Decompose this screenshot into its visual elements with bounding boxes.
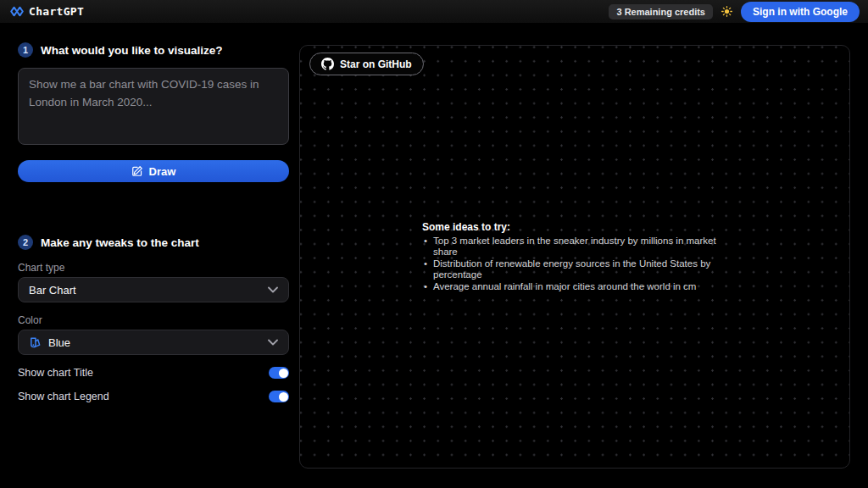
ideas-block: Some ideas to try: Top 3 market leaders … [422,221,727,292]
star-on-github-button[interactable]: Star on GitHub [309,53,424,75]
show-title-label: Show chart Title [18,367,93,379]
chevron-down-icon [268,339,278,346]
step-1-header: 1 What would you like to visualize? [18,42,289,58]
color-swatch-icon [29,336,42,349]
step-1-number: 1 [18,42,33,58]
github-icon [321,58,334,70]
show-legend-row: Show chart Legend [18,391,289,402]
idea-item: Distribution of renewable energy sources… [422,258,727,281]
show-title-row: Show chart Title [18,367,289,379]
step-2-number: 2 [18,235,33,250]
ideas-list: Top 3 market leaders in the sneaker indu… [422,236,727,292]
show-legend-label: Show chart Legend [18,391,109,402]
app-logo[interactable]: ChartGPT [10,5,84,18]
prompt-input[interactable] [18,68,289,145]
chart-canvas: Star on GitHub Some ideas to try: Top 3 … [299,45,850,469]
chart-type-label: Chart type [18,262,289,274]
top-bar: ChartGPT 3 Remaining credits Sign in wit… [0,0,868,23]
draw-button[interactable]: Draw [18,160,289,182]
sign-in-google-button[interactable]: Sign in with Google [741,2,860,22]
main-content: 1 What would you like to visualize? Draw… [0,23,868,469]
show-title-toggle[interactable] [269,367,289,379]
toggle-knob [279,369,288,378]
theme-toggle-sun-icon[interactable] [721,6,732,17]
step-2-title: Make any tweaks to the chart [41,236,199,249]
app-title: ChartGPT [29,5,84,18]
github-button-label: Star on GitHub [340,58,412,70]
chart-type-value: Bar Chart [29,284,261,297]
pencil-icon [131,165,143,177]
step-1-title: What would you like to visualize? [41,44,223,57]
step-2-header: 2 Make any tweaks to the chart [18,235,289,250]
control-panel: 1 What would you like to visualize? Draw… [18,23,289,402]
color-label: Color [18,314,289,326]
credits-badge: 3 Remaining credits [609,4,713,19]
chartgpt-logo-icon [10,6,24,17]
idea-item: Average annual rainfall in major cities … [422,281,727,292]
ideas-title: Some ideas to try: [422,221,727,233]
color-select[interactable]: Blue [18,330,289,355]
idea-item: Top 3 market leaders in the sneaker indu… [422,236,727,258]
color-value: Blue [48,336,261,349]
show-legend-toggle[interactable] [269,391,289,402]
toggle-knob [279,392,288,402]
chart-type-select[interactable]: Bar Chart [18,277,289,302]
chevron-down-icon [268,286,278,293]
draw-button-label: Draw [149,165,176,178]
